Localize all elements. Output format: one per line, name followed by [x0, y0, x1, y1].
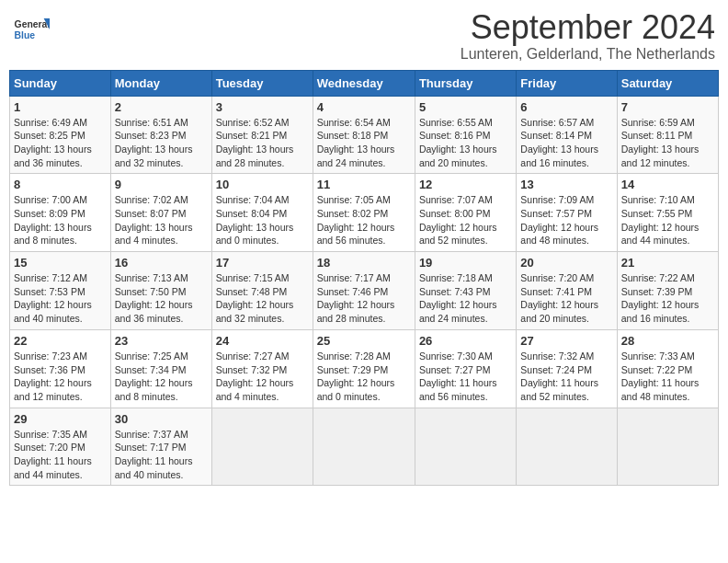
table-row: 12Sunrise: 7:07 AM Sunset: 8:00 PM Dayli…	[415, 174, 516, 252]
day-info: Sunrise: 6:55 AM Sunset: 8:16 PM Dayligh…	[419, 116, 512, 170]
day-info: Sunrise: 7:15 AM Sunset: 7:48 PM Dayligh…	[216, 271, 309, 326]
day-info: Sunrise: 7:18 AM Sunset: 7:43 PM Dayligh…	[419, 271, 512, 326]
col-header-monday: Monday	[110, 70, 211, 96]
day-number: 7	[621, 100, 714, 114]
day-number: 9	[115, 178, 208, 191]
day-number: 16	[115, 256, 208, 270]
day-number: 27	[520, 334, 612, 348]
table-row: 11Sunrise: 7:05 AM Sunset: 8:02 PM Dayli…	[313, 174, 415, 252]
day-number: 19	[419, 256, 512, 270]
day-info: Sunrise: 7:27 AM Sunset: 7:32 PM Dayligh…	[216, 350, 309, 404]
day-info: Sunrise: 7:10 AM Sunset: 7:55 PM Dayligh…	[621, 193, 714, 247]
day-number: 29	[14, 412, 107, 426]
table-row	[415, 408, 516, 486]
day-number: 2	[115, 100, 208, 114]
table-row: 27Sunrise: 7:32 AM Sunset: 7:24 PM Dayli…	[517, 329, 617, 408]
day-info: Sunrise: 7:37 AM Sunset: 7:17 PM Dayligh…	[115, 428, 208, 482]
day-info: Sunrise: 7:23 AM Sunset: 7:36 PM Dayligh…	[14, 350, 107, 404]
table-row: 4Sunrise: 6:54 AM Sunset: 8:18 PM Daylig…	[313, 96, 415, 174]
day-info: Sunrise: 7:25 AM Sunset: 7:34 PM Dayligh…	[115, 350, 208, 404]
day-info: Sunrise: 7:09 AM Sunset: 7:57 PM Dayligh…	[520, 193, 612, 247]
day-info: Sunrise: 7:32 AM Sunset: 7:24 PM Dayligh…	[520, 350, 612, 404]
day-info: Sunrise: 6:49 AM Sunset: 8:25 PM Dayligh…	[14, 116, 107, 170]
day-info: Sunrise: 7:12 AM Sunset: 7:53 PM Dayligh…	[14, 271, 107, 326]
table-row: 30Sunrise: 7:37 AM Sunset: 7:17 PM Dayli…	[110, 408, 211, 486]
table-row	[617, 408, 718, 486]
col-header-sunday: Sunday	[10, 70, 111, 96]
table-row: 29Sunrise: 7:35 AM Sunset: 7:20 PM Dayli…	[10, 408, 111, 486]
day-number: 3	[216, 100, 309, 114]
table-row: 22Sunrise: 7:23 AM Sunset: 7:36 PM Dayli…	[10, 329, 111, 408]
table-row: 17Sunrise: 7:15 AM Sunset: 7:48 PM Dayli…	[211, 252, 313, 330]
table-row: 9Sunrise: 7:02 AM Sunset: 8:07 PM Daylig…	[110, 174, 211, 252]
day-number: 14	[621, 178, 714, 191]
logo: General Blue	[13, 15, 50, 44]
table-row: 18Sunrise: 7:17 AM Sunset: 7:46 PM Dayli…	[313, 252, 415, 330]
day-number: 20	[520, 256, 612, 270]
day-number: 24	[216, 334, 309, 348]
table-row	[313, 408, 415, 486]
table-row: 6Sunrise: 6:57 AM Sunset: 8:14 PM Daylig…	[517, 96, 617, 174]
table-row: 19Sunrise: 7:18 AM Sunset: 7:43 PM Dayli…	[415, 252, 516, 330]
day-number: 22	[14, 334, 107, 348]
day-info: Sunrise: 7:13 AM Sunset: 7:50 PM Dayligh…	[115, 271, 208, 326]
day-number: 6	[520, 100, 612, 114]
day-info: Sunrise: 7:04 AM Sunset: 8:04 PM Dayligh…	[216, 193, 309, 247]
day-number: 13	[520, 178, 612, 191]
day-number: 25	[317, 334, 411, 348]
col-header-wednesday: Wednesday	[313, 70, 415, 96]
table-row: 13Sunrise: 7:09 AM Sunset: 7:57 PM Dayli…	[517, 174, 617, 252]
table-row: 3Sunrise: 6:52 AM Sunset: 8:21 PM Daylig…	[211, 96, 313, 174]
calendar-table: SundayMondayTuesdayWednesdayThursdayFrid…	[9, 70, 719, 487]
table-row: 25Sunrise: 7:28 AM Sunset: 7:29 PM Dayli…	[313, 329, 415, 408]
table-row: 8Sunrise: 7:00 AM Sunset: 8:09 PM Daylig…	[10, 174, 111, 252]
col-header-tuesday: Tuesday	[211, 70, 313, 96]
day-info: Sunrise: 6:51 AM Sunset: 8:23 PM Dayligh…	[115, 116, 208, 170]
day-number: 18	[317, 256, 411, 270]
day-info: Sunrise: 7:28 AM Sunset: 7:29 PM Dayligh…	[317, 350, 411, 404]
svg-text:General: General	[15, 19, 50, 29]
table-row: 14Sunrise: 7:10 AM Sunset: 7:55 PM Dayli…	[617, 174, 718, 252]
month-title: September 2024	[461, 9, 715, 46]
location-title: Lunteren, Gelderland, The Netherlands	[461, 46, 715, 63]
col-header-saturday: Saturday	[617, 70, 718, 96]
day-info: Sunrise: 7:20 AM Sunset: 7:41 PM Dayligh…	[520, 271, 612, 326]
table-row: 16Sunrise: 7:13 AM Sunset: 7:50 PM Dayli…	[110, 252, 211, 330]
day-number: 10	[216, 178, 309, 191]
title-block: September 2024 Lunteren, Gelderland, The…	[461, 9, 715, 63]
col-header-friday: Friday	[517, 70, 617, 96]
day-number: 8	[14, 178, 107, 191]
day-number: 12	[419, 178, 512, 191]
table-row: 7Sunrise: 6:59 AM Sunset: 8:11 PM Daylig…	[617, 96, 718, 174]
day-info: Sunrise: 6:57 AM Sunset: 8:14 PM Dayligh…	[520, 116, 612, 170]
day-info: Sunrise: 7:05 AM Sunset: 8:02 PM Dayligh…	[317, 193, 411, 247]
day-info: Sunrise: 6:59 AM Sunset: 8:11 PM Dayligh…	[621, 116, 714, 170]
day-info: Sunrise: 7:07 AM Sunset: 8:00 PM Dayligh…	[419, 193, 512, 247]
table-row: 24Sunrise: 7:27 AM Sunset: 7:32 PM Dayli…	[211, 329, 313, 408]
day-number: 30	[115, 412, 208, 426]
day-number: 4	[317, 100, 411, 114]
page-header: General Blue September 2024 Lunteren, Ge…	[9, 9, 719, 63]
table-row: 20Sunrise: 7:20 AM Sunset: 7:41 PM Dayli…	[517, 252, 617, 330]
day-number: 1	[14, 100, 107, 114]
day-number: 23	[115, 334, 208, 348]
table-row: 21Sunrise: 7:22 AM Sunset: 7:39 PM Dayli…	[617, 252, 718, 330]
day-number: 11	[317, 178, 411, 191]
svg-text:Blue: Blue	[15, 30, 36, 40]
table-row: 26Sunrise: 7:30 AM Sunset: 7:27 PM Dayli…	[415, 329, 516, 408]
table-row: 15Sunrise: 7:12 AM Sunset: 7:53 PM Dayli…	[10, 252, 111, 330]
day-info: Sunrise: 7:00 AM Sunset: 8:09 PM Dayligh…	[14, 193, 107, 247]
day-number: 21	[621, 256, 714, 270]
day-info: Sunrise: 7:33 AM Sunset: 7:22 PM Dayligh…	[621, 350, 714, 404]
day-info: Sunrise: 7:22 AM Sunset: 7:39 PM Dayligh…	[621, 271, 714, 326]
day-number: 5	[419, 100, 512, 114]
table-row: 5Sunrise: 6:55 AM Sunset: 8:16 PM Daylig…	[415, 96, 516, 174]
day-info: Sunrise: 7:02 AM Sunset: 8:07 PM Dayligh…	[115, 193, 208, 247]
table-row: 10Sunrise: 7:04 AM Sunset: 8:04 PM Dayli…	[211, 174, 313, 252]
day-number: 15	[14, 256, 107, 270]
day-info: Sunrise: 7:17 AM Sunset: 7:46 PM Dayligh…	[317, 271, 411, 326]
table-row: 23Sunrise: 7:25 AM Sunset: 7:34 PM Dayli…	[110, 329, 211, 408]
table-row	[517, 408, 617, 486]
col-header-thursday: Thursday	[415, 70, 516, 96]
table-row: 1Sunrise: 6:49 AM Sunset: 8:25 PM Daylig…	[10, 96, 111, 174]
